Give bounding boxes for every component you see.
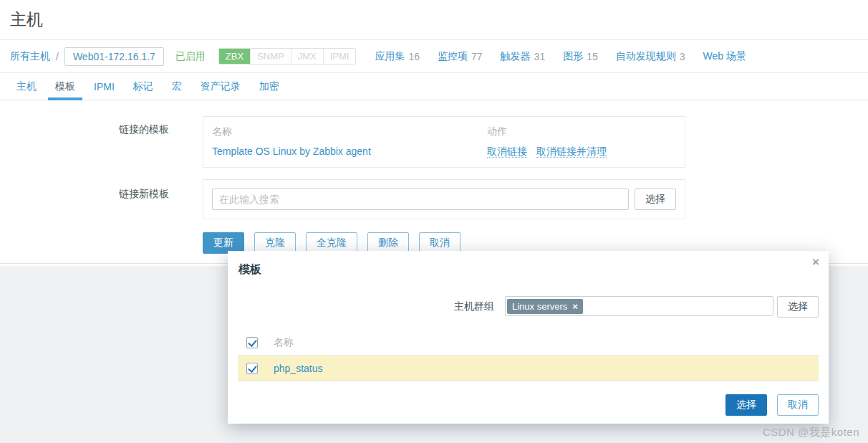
tab-macros[interactable]: 宏: [165, 73, 189, 100]
breadcrumb-host-name[interactable]: Web01-172.16.1.7: [64, 47, 164, 66]
jmx-agent-badge: JMX: [291, 49, 323, 64]
host-group-label: 主机群组: [228, 300, 494, 313]
host-status-badge: 已启用: [175, 50, 206, 63]
link-new-templates-label: 链接新模板: [0, 188, 169, 201]
chip-label: Linux servers: [512, 301, 567, 312]
template-picker-dialog: 模板 × 主机群组 Linux servers × 选择 名称 php_stat…: [228, 251, 829, 424]
unlink-action[interactable]: 取消链接: [487, 146, 527, 158]
template-search-input[interactable]: [212, 189, 629, 210]
template-list-row[interactable]: php_status: [238, 356, 819, 381]
action-column-header: 动作: [487, 125, 507, 138]
dialog-cancel-button[interactable]: 取消: [777, 394, 819, 416]
graphs-link[interactable]: 图形 15: [563, 50, 598, 63]
tab-host[interactable]: 主机: [9, 73, 44, 100]
agent-availability-badges: ZBX SNMP JMX IPMI: [218, 48, 357, 65]
ipmi-agent-badge: IPMI: [323, 49, 356, 64]
snmp-agent-badge: SNMP: [250, 49, 291, 64]
templates-form: 链接的模板 名称 动作 Template OS Linux by Zabbix …: [0, 100, 868, 264]
name-column-header: 名称: [274, 336, 294, 349]
linked-templates-header: 名称 动作: [212, 125, 676, 138]
row-checkbox[interactable]: [246, 363, 258, 374]
tab-ipmi[interactable]: IPMI: [87, 73, 122, 100]
host-config-tabs: 主机 模板 IPMI 标记 宏 资产记录 加密: [0, 73, 868, 100]
host-group-select-button[interactable]: 选择: [777, 296, 819, 318]
template-select-button[interactable]: 选择: [635, 189, 676, 210]
breadcrumb-entity-links: 应用集 16 监控项 77 触发器 31 图形 15 自动发现规则 3 Web …: [375, 50, 750, 63]
tab-inventory[interactable]: 资产记录: [193, 73, 248, 100]
host-group-row: 主机群组 Linux servers × 选择: [228, 296, 829, 317]
host-group-input[interactable]: Linux servers ×: [505, 296, 773, 316]
template-actions: 取消链接 取消链接并清理: [487, 146, 613, 158]
template-name-link[interactable]: php_status: [274, 363, 323, 374]
zbx-agent-badge: ZBX: [219, 49, 250, 64]
dialog-select-button[interactable]: 选择: [725, 394, 767, 416]
dialog-title: 模板: [238, 262, 261, 277]
items-link[interactable]: 监控项 77: [438, 50, 483, 63]
dialog-footer: 选择 取消: [725, 394, 819, 416]
host-group-chip: Linux servers ×: [507, 299, 583, 314]
template-list-header: 名称: [238, 330, 819, 356]
unlink-and-clear-action[interactable]: 取消链接并清理: [536, 146, 607, 158]
web-scenarios-link[interactable]: Web 场景: [703, 50, 750, 63]
triggers-link[interactable]: 触发器 31: [501, 50, 546, 63]
tab-encryption[interactable]: 加密: [252, 73, 286, 100]
linked-templates-label: 链接的模板: [0, 123, 169, 136]
template-list: 名称 php_status: [238, 330, 819, 381]
chip-remove-icon[interactable]: ×: [572, 301, 578, 312]
close-icon[interactable]: ×: [812, 255, 819, 270]
page-title: 主机: [10, 9, 43, 31]
breadcrumb-separator: /: [56, 51, 59, 62]
tab-templates[interactable]: 模板: [48, 73, 82, 100]
discovery-rules-link[interactable]: 自动发现规则 3: [616, 50, 685, 63]
linked-template-row: Template OS Linux by Zabbix agent 取消链接 取…: [212, 146, 676, 158]
breadcrumb-all-hosts-link[interactable]: 所有主机: [10, 50, 50, 63]
tab-tags[interactable]: 标记: [126, 73, 160, 100]
template-name-link[interactable]: Template OS Linux by Zabbix agent: [212, 146, 371, 157]
link-new-template-box: 选择: [203, 179, 685, 219]
page-header: 主机: [0, 0, 868, 40]
select-all-checkbox[interactable]: [246, 337, 258, 348]
name-column-header: 名称: [212, 125, 487, 138]
linked-templates-table: 名称 动作 Template OS Linux by Zabbix agent …: [203, 116, 685, 168]
applications-link[interactable]: 应用集 16: [375, 50, 420, 63]
breadcrumb: 所有主机 / Web01-172.16.1.7 已启用 ZBX SNMP JMX…: [0, 40, 868, 73]
csdn-watermark: CSDN @我是koten: [763, 426, 859, 439]
